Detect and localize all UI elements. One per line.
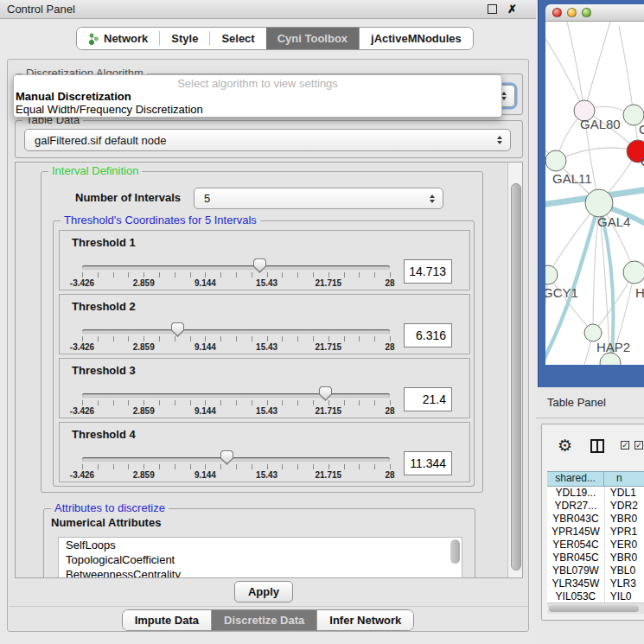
threshold-4-slider-thumb[interactable] [220,450,233,465]
control-panel-titlebar: Control Panel ✗ [0,0,536,19]
node-label-partial-h: H [635,285,644,300]
cell-shared-name[interactable]: YDR27... [547,500,605,513]
cell-shared-name[interactable]: YLR345W [547,577,605,590]
threshold-2-slider-thumb[interactable] [171,322,184,337]
screen: Control Panel ✗ Network Style Select Cyn… [0,0,644,644]
list-item-selfloops[interactable]: SelfLoops [59,538,462,552]
checkbox-icon[interactable]: ✓ [621,441,629,450]
close-traffic-light-icon[interactable] [552,8,562,17]
cell-shared-name[interactable]: YDL19... [547,487,605,500]
node-bottom[interactable] [600,353,621,365]
cell-name[interactable]: YBR0 [605,552,644,564]
number-of-intervals-combobox[interactable]: 5 [194,188,443,209]
combobox-stepper-icon [497,136,502,144]
panel-divider [9,606,528,607]
algorithm-option-manual-discretization[interactable]: Manual Discretization [14,90,501,103]
threshold-2-slider-track[interactable] [82,329,390,334]
threshold-3-value-field[interactable]: 21.4 [404,387,452,411]
cell-shared-name[interactable]: YBR043C [547,513,605,526]
threshold-3-slider-ticks [82,400,391,405]
network-canvas[interactable]: GAL80 GA C GAL11 GAL4 GCY1 H HAP2 [545,22,644,365]
table-row[interactable]: YDR27... YDR2 [547,500,644,513]
threshold-1-slider-thumb[interactable] [253,258,266,273]
node-gal4[interactable] [585,189,613,217]
cell-name[interactable]: YER0 [605,539,644,552]
tab-network[interactable]: Network [77,28,159,49]
algorithm-option-equal-width-frequency[interactable]: Equal Width/Frequency Discretization [14,103,501,116]
cell-name[interactable]: YPR1 [605,526,644,539]
tab-impute-data[interactable]: Impute Data [123,610,211,630]
cell-shared-name[interactable]: YIL053C [547,590,605,603]
cell-shared-name[interactable]: YER054C [547,539,605,552]
threshold-2-value-field[interactable]: 6.316 [404,323,452,348]
cell-name[interactable]: YDL1 [605,487,644,500]
table-row[interactable]: YPR145W YPR1 [547,526,644,539]
cell-shared-name[interactable]: YBR045C [547,552,605,564]
table-horizontal-scrollbar-thumb[interactable] [549,605,639,612]
table-row[interactable]: YIL053C YIL0 [547,590,644,603]
threshold-4-value-field[interactable]: 11.344 [404,451,452,475]
cell-name[interactable]: YLR3 [605,577,644,590]
table-row[interactable]: YBL079W YBL0 [547,564,644,577]
table-row[interactable]: YBR045C YBR0 [547,552,644,564]
node-hap2[interactable] [584,324,602,341]
list-item-topologicalcoefficient[interactable]: TopologicalCoefficient [59,552,462,567]
table-row[interactable]: YER054C YER0 [547,539,644,552]
list-scrollbar[interactable] [450,539,460,564]
column-header-name[interactable]: n [604,472,644,486]
settings-scrollbar-thumb[interactable] [511,183,521,571]
node-label-gal80: GAL80 [580,117,621,131]
cell-shared-name[interactable]: YPR145W [547,526,605,539]
cell-name[interactable]: YBR0 [605,513,644,526]
bottom-tab-bar: Impute Data Discretize Data Infer Networ… [8,609,528,631]
table-data-group: Table Data galFiltered.sif default node [15,120,523,158]
threshold-3-tick-labels: -3.426 2.859 9.144 15.43 21.715 28 [82,406,390,417]
cell-name[interactable]: YBL0 [605,564,644,577]
algorithm-placeholder-option[interactable]: Select algorithm to view settings [14,77,501,90]
cell-name[interactable]: YDR2 [605,500,644,513]
number-of-intervals-label: Number of Intervals [75,191,181,204]
network-window-titlebar[interactable] [545,4,644,22]
apply-button[interactable]: Apply [234,581,293,603]
zoom-traffic-light-icon[interactable] [582,8,591,17]
tab-infer-network-label: Infer Network [329,614,401,627]
node-table: shared... n YDL19... YDL1 YDR27... YDR2 … [547,471,644,603]
table-row[interactable]: YLR345W YLR3 [547,577,644,590]
tab-cyni-toolbox[interactable]: Cyni Toolbox [266,28,359,49]
float-window-icon[interactable] [488,4,497,14]
node-right-h[interactable] [623,261,644,284]
column-header-shared-name[interactable]: shared... [547,472,604,486]
threshold-1-value-field[interactable]: 14.713 [404,259,452,284]
threshold-4-slider-track[interactable] [82,457,390,462]
threshold-1-label: Threshold 1 [72,236,136,249]
threshold-3-slider-track[interactable] [82,393,390,398]
tab-select[interactable]: Select [210,28,265,49]
list-item-betweennesscentrality[interactable]: BetweennessCentrality [59,567,462,578]
minimize-traffic-light-icon[interactable] [567,8,577,17]
tab-jactivemnodules[interactable]: jActiveMNodules [359,28,473,49]
settings-scrollbar-track[interactable] [507,163,522,577]
threshold-3-slider-thumb[interactable] [319,386,332,401]
table-panel-body: ⚙ ✓ ✓ shared... n YDL19... YDL1 YDR27...… [541,424,644,621]
close-window-icon[interactable]: ✗ [507,3,517,16]
cell-shared-name[interactable]: YBL079W [547,564,605,577]
split-columns-icon[interactable] [590,439,604,453]
table-row[interactable]: YDL19... YDL1 [547,487,644,500]
gear-icon[interactable]: ⚙ [558,437,572,454]
attributes-group-label: Attributes to discretize [51,502,169,514]
table-panel-title: Table Panel [547,396,606,409]
checkbox-icon[interactable]: ✓ [634,441,643,450]
table-data-combobox[interactable]: galFiltered.sif default node [24,129,511,151]
tab-infer-network[interactable]: Infer Network [316,610,413,630]
threshold-1-tick-labels: -3.426 2.859 9.144 15.43 21.715 28 [82,278,390,289]
node-gal11[interactable] [545,150,566,171]
threshold-1-slider-track[interactable] [82,265,390,270]
cell-name[interactable]: YIL0 [605,590,644,603]
node-gcy1[interactable] [545,265,558,284]
table-horizontal-scrollbar[interactable] [547,603,644,614]
tab-style[interactable]: Style [160,28,209,49]
tab-discretize-data[interactable]: Discretize Data [211,610,316,630]
threshold-2-label: Threshold 2 [72,300,136,313]
table-row[interactable]: YBR043C YBR0 [547,513,644,526]
threshold-2-panel: Threshold 2 -3.426 2.859 9.144 15.43 21.… [59,294,470,354]
